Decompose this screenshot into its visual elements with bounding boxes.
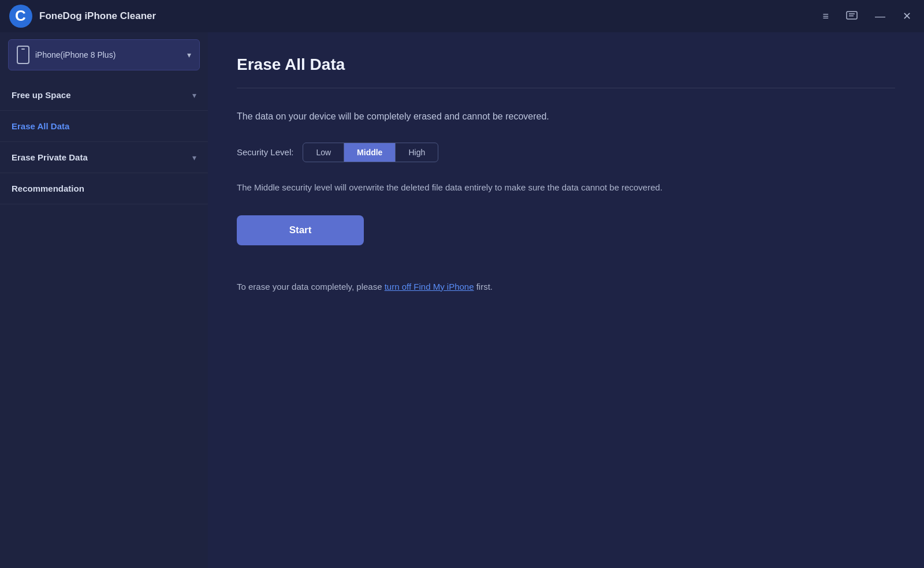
security-level-row: Security Level: Low Middle High bbox=[237, 143, 895, 162]
chat-icon bbox=[846, 11, 858, 21]
title-bar-controls: ≡ — ✕ bbox=[819, 8, 915, 25]
chevron-icon-free-up-space: ▾ bbox=[192, 91, 196, 100]
sidebar-item-erase-private-data[interactable]: Erase Private Data ▾ bbox=[0, 142, 208, 173]
erase-description: The data on your device will be complete… bbox=[237, 109, 895, 124]
app-logo-icon: C bbox=[9, 5, 32, 28]
security-high-button[interactable]: High bbox=[396, 143, 438, 162]
sidebar-label-erase-all-data: Erase All Data bbox=[12, 121, 69, 131]
minimize-button[interactable]: — bbox=[871, 8, 889, 25]
main-layout: iPhone(iPhone 8 Plus) ▾ Free up Space ▾ … bbox=[0, 32, 924, 568]
title-bar: C FoneDog iPhone Cleaner ≡ — ✕ bbox=[0, 0, 924, 32]
security-middle-button[interactable]: Middle bbox=[344, 143, 396, 162]
sidebar-item-free-up-space[interactable]: Free up Space ▾ bbox=[0, 80, 208, 111]
app-title: FoneDog iPhone Cleaner bbox=[39, 10, 156, 22]
svg-rect-2 bbox=[847, 12, 857, 19]
close-button[interactable]: ✕ bbox=[899, 8, 915, 25]
sidebar-label-recommendation: Recommendation bbox=[12, 184, 84, 193]
device-icon bbox=[17, 46, 29, 64]
security-button-group: Low Middle High bbox=[303, 143, 438, 162]
sidebar-label-erase-private-data: Erase Private Data bbox=[12, 152, 88, 162]
device-chevron-icon: ▾ bbox=[187, 50, 191, 59]
page-title: Erase All Data bbox=[237, 55, 895, 74]
chat-button[interactable] bbox=[843, 9, 861, 24]
menu-button[interactable]: ≡ bbox=[819, 8, 832, 25]
start-button[interactable]: Start bbox=[237, 215, 364, 245]
find-my-iphone-link[interactable]: turn off Find My iPhone bbox=[385, 282, 474, 292]
find-my-note-after: first. bbox=[474, 282, 493, 292]
find-my-note: To erase your data completely, please tu… bbox=[237, 280, 895, 294]
title-bar-left: C FoneDog iPhone Cleaner bbox=[9, 5, 156, 28]
device-name: iPhone(iPhone 8 Plus) bbox=[35, 50, 181, 59]
title-divider bbox=[237, 88, 895, 88]
chevron-icon-erase-private-data: ▾ bbox=[192, 153, 196, 162]
find-my-note-before: To erase your data completely, please bbox=[237, 282, 385, 292]
security-low-button[interactable]: Low bbox=[303, 143, 344, 162]
svg-text:C: C bbox=[15, 7, 26, 24]
security-level-label: Security Level: bbox=[237, 147, 293, 157]
security-description: The Middle security level will overwrite… bbox=[237, 181, 895, 195]
sidebar-item-recommendation[interactable]: Recommendation bbox=[0, 173, 208, 204]
sidebar: iPhone(iPhone 8 Plus) ▾ Free up Space ▾ … bbox=[0, 32, 208, 568]
sidebar-label-free-up-space: Free up Space bbox=[12, 90, 71, 100]
device-selector[interactable]: iPhone(iPhone 8 Plus) ▾ bbox=[8, 39, 200, 70]
sidebar-item-erase-all-data[interactable]: Erase All Data bbox=[0, 111, 208, 142]
content-area: Erase All Data The data on your device w… bbox=[208, 32, 924, 568]
